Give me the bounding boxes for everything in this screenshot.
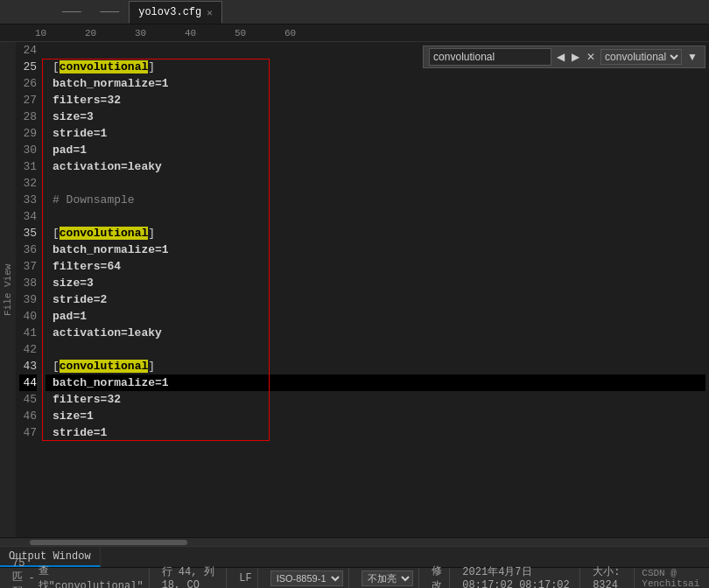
tab-label-1: ─── xyxy=(62,6,81,18)
find-dropdown[interactable]: convolutional xyxy=(600,49,682,65)
tab-inactive-1[interactable]: ─── xyxy=(53,1,91,24)
ruler-mark-30: 30 xyxy=(135,28,185,38)
code-content[interactable]: [convolutional] batch_normalize=1 filter… xyxy=(42,42,709,537)
search-term-label: 查找"convolutional" xyxy=(39,564,144,589)
bottom-info-bar: 75 匹配 - 查找"convolutional" 行 44, 列 18, CO… xyxy=(0,567,709,588)
date-section: 2021年4月7日 08:17:02 08:17:02 xyxy=(457,568,580,588)
line-num-29: 29 xyxy=(19,125,37,142)
ruler: 10 20 30 40 50 60 xyxy=(0,24,709,42)
match-count: 75 匹配 xyxy=(12,557,25,589)
code-line-45: filters=32 xyxy=(46,391,705,408)
ruler-mark-60: 60 xyxy=(284,28,334,38)
watermark: CSDN @ Yenchitsai xyxy=(642,568,702,589)
code-line-47: stride=1 xyxy=(46,424,705,441)
modified-label: 修改 xyxy=(432,564,445,589)
find-widget: ◀ ▶ ✕ convolutional ▼ xyxy=(423,46,705,68)
line-num-28: 28 xyxy=(19,108,37,125)
find-prev-button[interactable]: ◀ xyxy=(555,51,566,63)
line-num-46: 46 xyxy=(19,408,37,424)
code-line-33: # Downsample xyxy=(46,192,705,208)
position-section: 行 44, 列 18, CO xyxy=(157,568,228,588)
size-label: 大小: 8324 xyxy=(593,564,628,588)
tab-bar: ─── ─── yolov3.cfg ✕ xyxy=(0,0,709,24)
scrollbar-area xyxy=(0,537,709,546)
line-num-31: 31 xyxy=(19,158,37,175)
highlight-43: convolutional xyxy=(60,360,148,373)
code-line-30: pad=1 xyxy=(46,142,705,158)
code-line-35: [convolutional] xyxy=(46,225,705,242)
brightness-section[interactable]: 不加亮 加亮 xyxy=(356,568,419,588)
code-line-29: stride=1 xyxy=(46,125,705,142)
code-line-39: stride=2 xyxy=(46,291,705,308)
find-dropdown-arrow[interactable]: ▼ xyxy=(685,51,699,63)
line-ending: LF xyxy=(239,572,251,584)
line-num-40: 40 xyxy=(19,308,37,325)
encoding-section[interactable]: ISO-8859-1 UTF-8 xyxy=(265,568,349,588)
encoding-select[interactable]: ISO-8859-1 UTF-8 xyxy=(270,570,343,586)
ruler-mark-10: 10 xyxy=(35,28,85,38)
tab-yolov3cfg[interactable]: yolov3.cfg ✕ xyxy=(129,1,222,24)
line-num-44: 44 xyxy=(19,374,37,391)
code-line-31: activation=leaky xyxy=(46,158,705,175)
code-line-36: batch_normalize=1 xyxy=(46,242,705,258)
line-num-26: 26 xyxy=(19,75,37,92)
code-line-32 xyxy=(46,175,705,192)
code-line-46: size=1 xyxy=(46,408,705,424)
editor-area: File View ◀ ▶ ✕ convolutional ▼ 24 25 26… xyxy=(0,42,709,537)
tab-close-icon[interactable]: ✕ xyxy=(207,7,213,18)
line-num-42: 42 xyxy=(19,341,37,358)
highlight-35: convolutional xyxy=(60,227,148,240)
code-line-41: activation=leaky xyxy=(46,325,705,341)
code-line-43: [convolutional] xyxy=(46,358,705,374)
code-line-27: filters=32 xyxy=(46,92,705,108)
line-num-33: 33 xyxy=(19,192,37,208)
tab-label-2: ─── xyxy=(101,6,120,18)
ruler-mark-20: 20 xyxy=(85,28,135,38)
horizontal-scrollbar[interactable] xyxy=(30,540,187,545)
code-line-37: filters=64 xyxy=(46,258,705,275)
line-num-38: 38 xyxy=(19,275,37,291)
line-num-27: 27 xyxy=(19,92,37,108)
ruler-mark-40: 40 xyxy=(185,28,235,38)
line-num-32: 32 xyxy=(19,175,37,192)
ruler-marks: 10 20 30 40 50 60 xyxy=(32,28,334,38)
line-num-45: 45 xyxy=(19,391,37,408)
code-line-38: size=3 xyxy=(46,275,705,291)
date-label: 2021年4月7日 08:17:02 08:17:02 xyxy=(462,564,574,588)
line-num-39: 39 xyxy=(19,291,37,308)
line-num-47: 47 xyxy=(19,424,37,441)
line-num-37: 37 xyxy=(19,258,37,275)
code-line-34 xyxy=(46,208,705,225)
find-close-button[interactable]: ✕ xyxy=(585,51,597,63)
ruler-mark-50: 50 xyxy=(235,28,284,38)
find-next-button[interactable]: ▶ xyxy=(570,51,581,63)
code-line-26: batch_normalize=1 xyxy=(46,75,705,92)
code-line-40: pad=1 xyxy=(46,308,705,325)
modified-section: 修改 xyxy=(426,568,451,588)
cursor-position: 行 44, 列 18, CO xyxy=(162,564,221,588)
find-input[interactable] xyxy=(429,48,551,66)
line-num-30: 30 xyxy=(19,142,37,158)
line-num-34: 34 xyxy=(19,208,37,225)
tab-yolov3cfg-label: yolov3.cfg xyxy=(138,6,201,18)
code-line-28: size=3 xyxy=(46,108,705,125)
search-label: - xyxy=(28,572,34,584)
vert-label: File View xyxy=(0,42,16,537)
code-line-44: batch_normalize=1 xyxy=(46,374,705,391)
brightness-select[interactable]: 不加亮 加亮 xyxy=(362,570,413,586)
code-line-42 xyxy=(46,341,705,358)
line-num-35: 35 xyxy=(19,225,37,242)
highlight-25: convolutional xyxy=(60,60,148,74)
line-num-36: 36 xyxy=(19,242,37,258)
line-num-41: 41 xyxy=(19,325,37,341)
line-ending-section: LF xyxy=(234,568,257,588)
match-count-section: 75 匹配 - 查找"convolutional" xyxy=(7,568,150,588)
line-num-25: 25 xyxy=(19,59,37,75)
tab-inactive-2[interactable]: ─── xyxy=(91,1,130,24)
size-section: 大小: 8324 xyxy=(587,568,635,588)
line-num-43: 43 xyxy=(19,358,37,374)
line-numbers: 24 25 26 27 28 29 30 31 32 33 34 35 36 3… xyxy=(16,42,42,537)
line-num-24: 24 xyxy=(19,42,37,59)
